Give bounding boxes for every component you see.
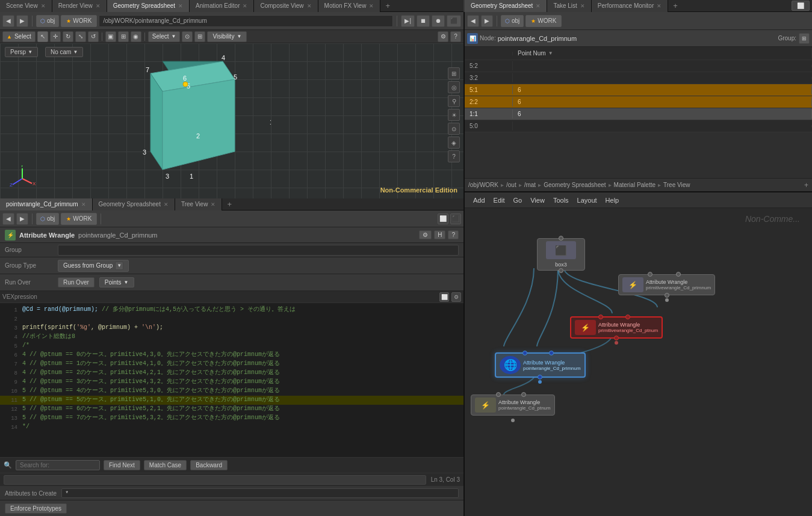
breadcrumb-item-3[interactable]: /mat bbox=[524, 182, 536, 188]
aw-settings-btn[interactable]: ⚙ bbox=[419, 230, 432, 239]
aw-forward[interactable]: ▶ bbox=[16, 213, 28, 225]
tab-composite-view[interactable]: Composite View ✕ bbox=[254, 0, 318, 12]
aw-tab-tree[interactable]: Tree View ✕ bbox=[175, 198, 222, 210]
obj-icon[interactable]: ⬡ obj bbox=[36, 15, 59, 27]
connector-top-1[interactable] bbox=[648, 272, 652, 277]
tab-performance-monitor[interactable]: Performance Monitor ✕ bbox=[592, 0, 668, 12]
table-row-orange-1[interactable]: 5:1 6 bbox=[465, 84, 812, 96]
breadcrumb-add[interactable]: + bbox=[804, 181, 808, 189]
tool-move[interactable]: ✛ bbox=[50, 31, 61, 42]
aw-obj-icon[interactable]: ⬡ obj bbox=[36, 213, 59, 225]
expand-btn-aw[interactable]: ⬛ bbox=[450, 213, 461, 224]
back-button[interactable]: ◀ bbox=[2, 15, 14, 27]
connector-top-pp2[interactable] bbox=[549, 351, 554, 355]
menu-layout[interactable]: Layout bbox=[574, 195, 601, 205]
connector-bot-3[interactable] bbox=[665, 293, 669, 298]
close-icon[interactable]: ✕ bbox=[536, 3, 541, 9]
node-aw-prim-ptnum[interactable]: ⚡ Attribute Wrangle primitivewrangle_Cd_… bbox=[570, 316, 663, 339]
node-editor-canvas[interactable]: Non-Comme... ⬛ box3 ⚡ Attribute Wrangle … bbox=[465, 208, 812, 516]
new-tab-button-right[interactable]: + bbox=[668, 0, 683, 11]
work-label-r[interactable]: ★ WORK bbox=[525, 15, 562, 27]
overlay-btn-1[interactable]: ⊞ bbox=[448, 67, 460, 79]
float-btn-aw[interactable]: ⬜ bbox=[438, 213, 448, 224]
back-button-r[interactable]: ◀ bbox=[467, 15, 479, 27]
node-box3-connector-top[interactable] bbox=[559, 236, 563, 241]
connector-top-ptnum-1[interactable] bbox=[598, 315, 603, 319]
breadcrumb-item-2[interactable]: /out bbox=[506, 182, 516, 188]
play-button[interactable]: ▶| bbox=[401, 15, 415, 27]
menu-view[interactable]: View bbox=[527, 195, 548, 205]
status-line[interactable] bbox=[4, 475, 426, 485]
menu-add[interactable]: Add bbox=[470, 195, 489, 205]
menu-tools[interactable]: Tools bbox=[550, 195, 572, 205]
connector-bot-pp[interactable] bbox=[538, 375, 542, 379]
new-tab-button[interactable]: + bbox=[380, 0, 395, 11]
tab-render-view[interactable]: Render View ✕ bbox=[52, 0, 107, 12]
geo-col-point-num[interactable]: Point Num ▼ bbox=[513, 48, 812, 58]
stop-button[interactable]: ⏹ bbox=[417, 15, 430, 27]
grid-icon[interactable]: ⊞ bbox=[194, 31, 205, 42]
connector-bot-ptnum[interactable] bbox=[614, 336, 619, 340]
close-icon-aw[interactable]: ✕ bbox=[81, 201, 86, 207]
tab-motion-fx-view[interactable]: Motion FX View ✕ bbox=[318, 0, 381, 12]
obj-icon-r[interactable]: ⬡ obj bbox=[501, 15, 524, 27]
overlay-btn-4[interactable]: ☀ bbox=[448, 109, 460, 121]
forward-button-r[interactable]: ▶ bbox=[481, 15, 493, 27]
attrs-input[interactable] bbox=[61, 488, 459, 498]
close-icon-aw3[interactable]: ✕ bbox=[211, 201, 215, 207]
settings-icon[interactable]: ⚙ bbox=[438, 31, 448, 42]
match-case-btn[interactable]: Match Case bbox=[144, 460, 187, 470]
menu-edit[interactable]: Edit bbox=[490, 195, 509, 205]
select-dropdown[interactable]: ▲ Select bbox=[2, 31, 36, 42]
breadcrumb-item-6[interactable]: Tree View bbox=[663, 182, 690, 188]
select-dropdown2[interactable]: Select ▼ bbox=[148, 31, 181, 42]
menu-help[interactable]: Help bbox=[602, 195, 623, 205]
close-icon[interactable]: ✕ bbox=[178, 3, 183, 9]
backward-btn[interactable]: Backward bbox=[190, 460, 228, 470]
aw-back[interactable]: ◀ bbox=[2, 213, 14, 225]
node-aw-point-ptnum[interactable]: ⚡ Attribute Wrangle pointwrangle_Cd_ptnu… bbox=[471, 395, 555, 416]
path-bar[interactable]: /obj/WORK/pointwrangle_Cd_primnum bbox=[99, 15, 393, 27]
close-icon-aw2[interactable]: ✕ bbox=[164, 201, 169, 207]
close-icon[interactable]: ✕ bbox=[243, 3, 247, 9]
menu-go[interactable]: Go bbox=[510, 195, 526, 205]
table-row[interactable]: 5:0 bbox=[465, 120, 812, 132]
work-label-left[interactable]: ★ WORK bbox=[61, 15, 97, 27]
run-over-btn[interactable]: Run Over bbox=[58, 277, 95, 287]
overlay-btn-3[interactable]: ⚲ bbox=[448, 95, 460, 107]
record-button[interactable]: ⏺ bbox=[432, 15, 445, 27]
tool-rotate[interactable]: ↻ bbox=[63, 31, 73, 42]
close-icon[interactable]: ✕ bbox=[657, 3, 662, 9]
editor-settings[interactable]: ⚙ bbox=[451, 292, 461, 302]
visibility-dropdown[interactable]: Visibility ▼ bbox=[207, 31, 247, 42]
help-icon[interactable]: ? bbox=[450, 31, 461, 42]
snap-icon[interactable]: ⊙ bbox=[182, 31, 193, 42]
run-over-dropdown[interactable]: Points ▼ bbox=[99, 277, 134, 287]
close-icon[interactable]: ✕ bbox=[307, 3, 312, 9]
breadcrumb-item-4[interactable]: Geometry Spreadsheet bbox=[544, 182, 606, 188]
tab-scene-view[interactable]: Scene View ✕ bbox=[0, 0, 52, 12]
breadcrumb-item-1[interactable]: /obj/WORK bbox=[468, 182, 498, 188]
aw-info-btn[interactable]: H bbox=[434, 230, 445, 239]
overlay-btn-5[interactable]: ⊙ bbox=[448, 123, 460, 135]
search-input[interactable] bbox=[16, 460, 100, 470]
display-mode2[interactable]: ⊞ bbox=[118, 31, 129, 42]
tab-animation-editor[interactable]: Animation Editor ✕ bbox=[190, 0, 254, 12]
aw-work-label[interactable]: ★ WORK bbox=[61, 213, 97, 225]
table-row-orange-2[interactable]: 2:2 6 bbox=[465, 96, 812, 108]
node-box3[interactable]: ⬛ box3 bbox=[537, 238, 585, 271]
breadcrumb-item-5[interactable]: Material Palette bbox=[614, 182, 655, 188]
overlay-btn-2[interactable]: ◎ bbox=[448, 81, 460, 93]
group-input[interactable] bbox=[58, 245, 459, 256]
table-row-selected[interactable]: 1:1 6 bbox=[465, 108, 812, 120]
group-type-expand-btn[interactable]: ▼ bbox=[115, 262, 123, 270]
tool-select[interactable]: ↖ bbox=[37, 31, 48, 42]
connector-top-ptp2[interactable] bbox=[521, 392, 526, 397]
connector-top-pp1[interactable] bbox=[522, 351, 527, 355]
aw-tab-geo[interactable]: Geometry Spreadsheet ✕ bbox=[93, 198, 175, 210]
overlay-btn-6[interactable]: ◈ bbox=[448, 137, 460, 149]
close-icon[interactable]: ✕ bbox=[580, 3, 585, 9]
tab-geo-spreadsheet-right[interactable]: Geometry Spreadsheet ✕ bbox=[465, 0, 547, 12]
tool-refresh[interactable]: ↺ bbox=[88, 31, 99, 42]
overlay-btn-7[interactable]: ? bbox=[448, 150, 460, 162]
